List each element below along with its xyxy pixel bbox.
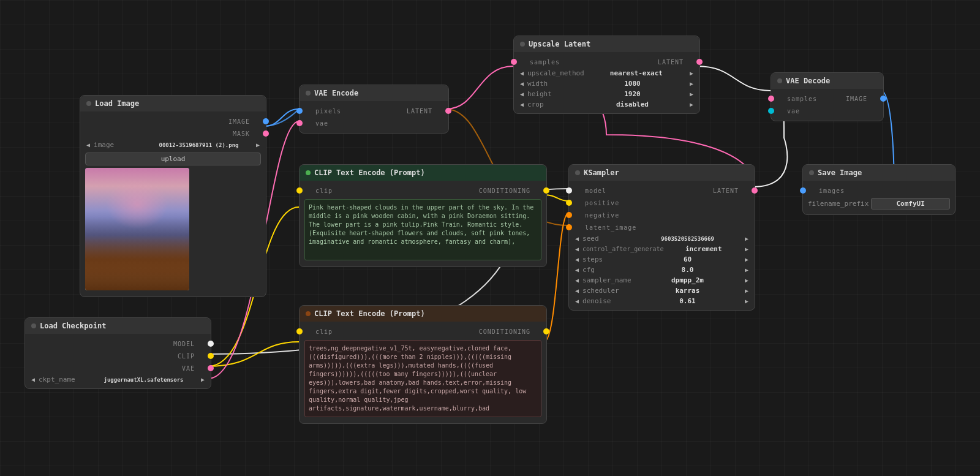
vae-decode-vae-port: vae: [771, 105, 883, 117]
control-after-label: control_after_generate: [582, 246, 663, 252]
clip-output-dot[interactable]: [208, 353, 214, 359]
vae-encode-node: VAE Encode pixels LATENT vae: [299, 85, 449, 134]
clip-negative-port: clip CONDITIONING: [300, 325, 546, 338]
ckpt-widget-row: ◀ ckpt_name juggernautXL.safetensors ▶: [25, 374, 211, 385]
clip-text-negative-title: CLIP Text Encode (Prompt): [314, 309, 425, 318]
ksampler-latent-input-dot[interactable]: [566, 224, 572, 230]
steps-next[interactable]: ▶: [744, 256, 750, 263]
save-image-title: Save Image: [818, 168, 862, 177]
clip-positive-text[interactable]: Pink heart-shaped clouds in the upper pa…: [304, 199, 541, 260]
clip-text-negative-status-dot: [306, 311, 311, 316]
cfg-prev[interactable]: ◀: [574, 266, 580, 273]
ksampler-latent-input-label: latent_image: [575, 224, 636, 231]
image-next-arrow[interactable]: ▶: [255, 142, 261, 148]
width-next[interactable]: ▶: [688, 80, 695, 87]
ckpt-widget-label: ckpt_name: [39, 376, 88, 383]
image-output-dot[interactable]: [263, 118, 269, 124]
vae-decode-body: samples IMAGE vae: [771, 89, 883, 121]
scheduler-prev[interactable]: ◀: [574, 287, 580, 294]
height-prev[interactable]: ◀: [519, 91, 525, 97]
cfg-next[interactable]: ▶: [744, 266, 750, 273]
upload-button[interactable]: upload: [85, 153, 261, 165]
pixels-input-dot[interactable]: [296, 108, 303, 114]
conditioning-positive-output-dot[interactable]: [543, 187, 549, 194]
crop-value: disabled: [579, 100, 686, 108]
upscale-method-next[interactable]: ▶: [688, 70, 695, 77]
load-image-status-dot: [86, 101, 91, 106]
save-image-body: images filename_prefix ComfyUI: [803, 181, 955, 214]
ckpt-prev-arrow[interactable]: ◀: [30, 376, 36, 383]
control-after-prev[interactable]: ◀: [574, 246, 580, 252]
seed-prev[interactable]: ◀: [574, 235, 580, 242]
seed-value: 9603520582536669: [634, 236, 741, 242]
denoise-value: 0.61: [634, 297, 741, 305]
ksampler-negative-dot[interactable]: [566, 212, 572, 218]
load-image-header: Load Image: [80, 96, 266, 111]
seed-next[interactable]: ▶: [744, 235, 750, 242]
mask-output-dot[interactable]: [263, 130, 269, 137]
vae-decode-node: VAE Decode samples IMAGE vae: [771, 72, 884, 121]
sampler-name-next[interactable]: ▶: [744, 277, 750, 284]
pixels-port: pixels LATENT: [300, 105, 448, 117]
clip-positive-input-dot[interactable]: [296, 187, 303, 194]
samples-port: samples LATENT: [514, 56, 699, 68]
upscale-method-prev[interactable]: ◀: [519, 70, 525, 77]
crop-next[interactable]: ▶: [688, 101, 695, 108]
crop-prev[interactable]: ◀: [519, 101, 525, 108]
clip-negative-input-label: clip: [306, 328, 333, 335]
denoise-prev[interactable]: ◀: [574, 298, 580, 304]
upscale-latent-node: Upscale Latent samples LATENT ◀ upscale_…: [513, 36, 700, 114]
control-after-next[interactable]: ▶: [744, 246, 750, 252]
image-output-label: IMAGE: [228, 118, 260, 125]
scheduler-next[interactable]: ▶: [744, 287, 750, 294]
vae-decode-samples-dot[interactable]: [768, 96, 774, 102]
latent-output-dot[interactable]: [445, 108, 451, 114]
upscale-latent-status-dot: [520, 42, 525, 47]
ksampler-latent-output-dot[interactable]: [752, 187, 758, 194]
vae-output-dot[interactable]: [208, 365, 214, 371]
clip-positive-input-label: clip: [306, 187, 333, 194]
upscale-latent-output-label: LATENT: [658, 59, 693, 66]
width-label: width: [527, 80, 576, 88]
upscale-latent-output-dot[interactable]: [696, 59, 703, 65]
height-label: height: [527, 90, 576, 98]
model-output-dot[interactable]: [208, 341, 214, 347]
sampler-name-row: ◀ sampler_name dpmpp_2m ▶: [569, 275, 755, 285]
save-image-images-dot[interactable]: [800, 187, 806, 194]
vae-decode-header: VAE Decode: [771, 73, 883, 89]
image-widget-label: image: [94, 141, 143, 149]
filename-prefix-value[interactable]: ComfyUI: [871, 198, 950, 210]
image-widget-row: ◀ image 00012-3519687911 (2).png ▶: [80, 140, 266, 150]
vae-decode-image-label: IMAGE: [846, 96, 877, 102]
ckpt-next-arrow[interactable]: ▶: [200, 376, 206, 383]
vae-decode-vae-dot[interactable]: [768, 108, 774, 114]
height-next[interactable]: ▶: [688, 91, 695, 97]
steps-value: 60: [634, 255, 741, 263]
conditioning-negative-output-dot[interactable]: [543, 328, 549, 334]
clip-negative-input-dot[interactable]: [296, 328, 303, 334]
conditioning-negative-output-label: CONDITIONING: [479, 328, 540, 335]
sampler-name-prev[interactable]: ◀: [574, 277, 580, 284]
model-output-label: MODEL: [173, 341, 205, 347]
save-image-images-port: images: [803, 184, 955, 197]
steps-prev[interactable]: ◀: [574, 256, 580, 263]
vae-decode-status-dot: [777, 78, 782, 83]
cfg-label: cfg: [582, 266, 631, 274]
ksampler-positive-dot[interactable]: [566, 200, 572, 206]
control-after-row: ◀ control_after_generate increment ▶: [569, 244, 755, 254]
image-prev-arrow[interactable]: ◀: [85, 142, 91, 148]
clip-negative-text[interactable]: trees,ng_deepnegative_v1_75t, easynegati…: [304, 340, 541, 417]
load-checkpoint-title: Load Checkpoint: [40, 322, 106, 330]
clip-text-negative-header: CLIP Text Encode (Prompt): [300, 306, 546, 322]
width-prev[interactable]: ◀: [519, 80, 525, 87]
denoise-next[interactable]: ▶: [744, 298, 750, 304]
clip-text-positive-body: clip CONDITIONING Pink heart-shaped clou…: [300, 181, 546, 266]
samples-input-dot[interactable]: [511, 59, 517, 65]
vae-input-dot[interactable]: [296, 120, 303, 126]
ksampler-positive-port: positive: [569, 197, 755, 209]
vae-decode-vae-label: vae: [777, 108, 800, 115]
vae-decode-image-dot[interactable]: [880, 96, 886, 102]
mask-output-port: MASK: [80, 127, 266, 140]
ksampler-model-dot[interactable]: [566, 187, 572, 194]
ksampler-title: KSampler: [584, 168, 619, 177]
